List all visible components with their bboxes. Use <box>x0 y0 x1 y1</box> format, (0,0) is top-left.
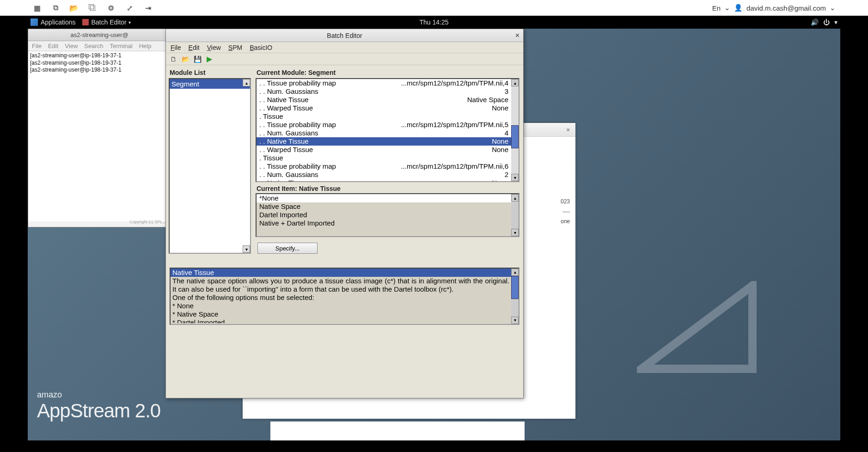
terminal-menu-file[interactable]: File <box>32 43 42 49</box>
param-value: ...mcr/spm12/spm12/tpm/TPM.nii,6 <box>401 162 508 171</box>
terminal-menu-help[interactable]: Help <box>139 43 152 49</box>
scroll-down-icon[interactable]: ▾ <box>511 174 519 181</box>
scroll-down-icon[interactable]: ▾ <box>511 229 519 236</box>
chevron-down-icon[interactable]: ⌄ <box>830 4 836 12</box>
module-item-segment[interactable]: Segment <box>170 79 250 89</box>
expand-icon[interactable]: ⤢ <box>125 3 134 12</box>
help-box[interactable]: ▴ ▾ Native Tissue The native space optio… <box>170 268 520 325</box>
desktop-logo-triangle <box>637 281 757 373</box>
terminal-titlebar[interactable]: as2-streaming-user@ <box>28 29 171 41</box>
menu-basicio[interactable]: BasicIO <box>250 44 272 51</box>
batch-editor-taskbar-label[interactable]: Batch Editor <box>92 18 127 26</box>
branding-small: amazo <box>37 390 160 400</box>
bg-text-line: one <box>561 217 570 227</box>
batch-editor-title: Batch Editor <box>327 32 362 39</box>
menu-spm[interactable]: SPM <box>228 44 242 51</box>
clock: Thu 14:25 <box>419 18 448 26</box>
param-row[interactable]: . . Warped TissueNone <box>257 146 519 154</box>
param-row[interactable]: . . Tissue probability map...mcr/spm12/s… <box>257 121 519 129</box>
scrollbar[interactable]: ▴ ▾ <box>511 79 519 181</box>
appstream-toolbar: ▦ ⧉ 📂 ⿻ ⚙ ⤢ ⇥ En ⌄ 👤 david.m.cash@gmail.… <box>0 0 868 16</box>
run-icon[interactable]: ▶ <box>205 55 214 64</box>
exit-icon[interactable]: ⇥ <box>143 3 153 12</box>
help-title: Native Tissue <box>171 269 511 277</box>
power-icon[interactable]: ⏻ <box>823 18 830 26</box>
param-value: None <box>492 137 508 146</box>
param-label: . . Tissue probability map <box>259 121 336 129</box>
menu-view[interactable]: View <box>207 44 221 51</box>
applications-menu[interactable]: Applications <box>41 18 76 26</box>
param-row[interactable]: . . Num. Gaussians2 <box>257 171 519 179</box>
scroll-up-icon[interactable]: ▴ <box>243 79 250 86</box>
param-label: . . Native Tissue <box>259 179 309 182</box>
open-icon[interactable]: 📂 <box>181 55 190 64</box>
param-value: 2 <box>505 171 508 179</box>
menu-edit[interactable]: Edit <box>189 44 200 51</box>
scroll-down-icon[interactable]: ▾ <box>243 245 250 253</box>
scroll-thumb[interactable] <box>511 276 519 299</box>
options-listbox[interactable]: ▴ ▾ *NoneNative SpaceDartel ImportedNati… <box>256 193 520 237</box>
param-row[interactable]: . Tissue <box>257 154 519 162</box>
param-label: . . Native Tissue <box>259 137 309 146</box>
gear-icon[interactable]: ⚙ <box>106 3 116 12</box>
terminal-menu-search[interactable]: Search <box>84 43 103 49</box>
chevron-down-icon[interactable]: ⌄ <box>724 4 730 12</box>
param-row[interactable]: . . Num. Gaussians3 <box>257 87 519 96</box>
terminal-menu-terminal[interactable]: Terminal <box>110 43 133 49</box>
param-row[interactable]: . Tissue <box>257 112 519 121</box>
scroll-thumb[interactable] <box>511 125 519 148</box>
parameter-listbox[interactable]: ▴ ▾ . . Tissue probability map...mcr/spm… <box>256 78 520 182</box>
scroll-up-icon[interactable]: ▴ <box>511 194 519 202</box>
volume-icon[interactable]: 🔊 <box>811 18 819 26</box>
applications-icon[interactable] <box>31 18 38 26</box>
param-row[interactable]: . . Native TissueNone <box>257 137 519 146</box>
grid-icon[interactable]: ▦ <box>32 3 42 12</box>
close-icon[interactable]: × <box>515 31 520 40</box>
option-item[interactable]: Native Space <box>257 202 519 211</box>
option-item[interactable]: *None <box>257 194 519 202</box>
param-value: 4 <box>505 129 508 137</box>
new-icon[interactable]: 🗋 <box>169 55 178 64</box>
copy-icon[interactable]: ⿻ <box>88 3 97 12</box>
windows-icon[interactable]: ⧉ <box>51 3 60 12</box>
current-module-header: Current Module: Segment <box>256 67 520 78</box>
menu-file[interactable]: File <box>171 44 181 51</box>
batch-editor-taskbar-icon[interactable] <box>82 19 89 25</box>
batch-editor-titlebar[interactable]: Batch Editor × <box>166 29 523 42</box>
param-row[interactable]: . . Tissue probability map...mcr/spm12/s… <box>257 162 519 171</box>
module-list-panel: Module List ▴ Segment ▾ <box>166 65 254 264</box>
terminal-footer: Copyright (c) SPL... <box>129 220 166 224</box>
chevron-down-icon[interactable]: ▾ <box>834 18 837 26</box>
save-icon[interactable]: 💾 <box>193 55 202 64</box>
param-row[interactable]: . . Native TissueNone <box>257 179 519 182</box>
param-label: . . Num. Gaussians <box>259 87 318 96</box>
terminal-line: [as2-streaming-user@ip-198-19-37-1 <box>30 67 169 74</box>
user-email[interactable]: david.m.cash@gmail.com <box>746 4 826 12</box>
current-item-header: Current Item: Native Tissue <box>256 182 520 193</box>
language-label[interactable]: En <box>712 4 721 12</box>
param-row[interactable]: . . Num. Gaussians4 <box>257 129 519 137</box>
scrollbar[interactable]: ▴ ▾ <box>511 194 519 236</box>
terminal-menu-view[interactable]: View <box>65 43 78 49</box>
param-row[interactable]: . . Warped TissueNone <box>257 104 519 112</box>
chevron-down-icon[interactable]: ▾ <box>128 20 131 25</box>
branding-big: AppStream 2.0 <box>37 400 160 422</box>
terminal-menu-edit[interactable]: Edit <box>48 43 58 49</box>
close-icon[interactable]: × <box>563 125 573 134</box>
option-item[interactable]: Native + Dartel Imported <box>257 219 519 227</box>
folder-icon[interactable]: 📂 <box>69 3 79 12</box>
terminal-content[interactable]: [as2-streaming-user@ip-198-19-37-1 [as2-… <box>28 51 171 221</box>
option-item[interactable]: Dartel Imported <box>257 211 519 219</box>
param-row[interactable]: . . Native TissueNative Space <box>257 96 519 104</box>
scroll-down-icon[interactable]: ▾ <box>511 317 519 324</box>
param-row[interactable]: . . Tissue probability map...mcr/spm12/s… <box>257 79 519 87</box>
param-label: . . Tissue probability map <box>259 162 336 171</box>
scroll-up-icon[interactable]: ▴ <box>511 79 519 86</box>
scrollbar[interactable]: ▴ ▾ <box>511 269 519 324</box>
batch-editor-menus: File Edit View SPM BasicIO <box>166 42 523 53</box>
scroll-up-icon[interactable]: ▴ <box>511 269 519 276</box>
param-label: . . Num. Gaussians <box>259 171 318 179</box>
specify-button[interactable]: Specify... <box>257 243 318 254</box>
module-listbox[interactable]: ▴ Segment ▾ <box>169 78 251 254</box>
param-value: None <box>492 146 508 154</box>
